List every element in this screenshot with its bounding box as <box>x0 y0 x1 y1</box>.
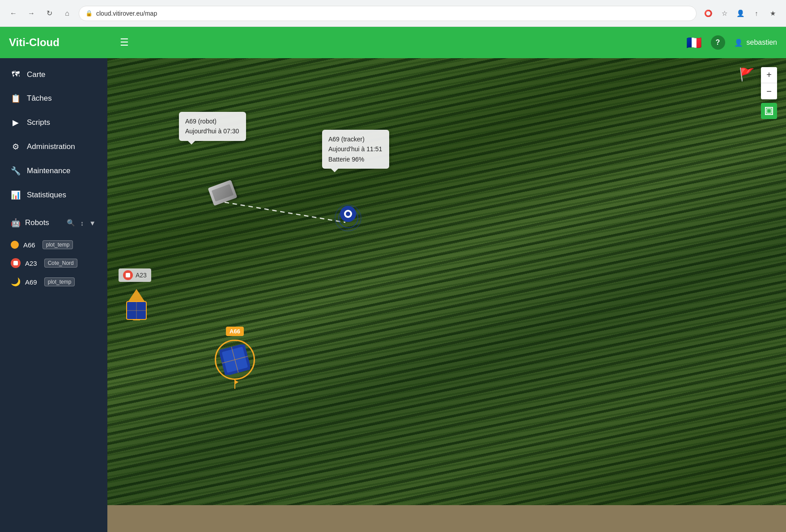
dashed-path <box>225 198 359 199</box>
robots-controls: 🔍 ↕ ▼ <box>66 218 97 228</box>
robots-sort-button[interactable]: ↕ <box>80 218 85 228</box>
svg-line-2 <box>225 202 345 222</box>
robots-section: 🤖 Robots 🔍 ↕ ▼ A66 plot_temp <box>0 207 107 298</box>
sidebar-item-administration[interactable]: ⚙ Administration <box>0 135 107 159</box>
tracker-pin-container <box>340 206 356 230</box>
more-button[interactable]: ★ <box>766 7 779 20</box>
help-button[interactable]: ? <box>711 35 725 50</box>
robot-name-a66: A66 <box>23 241 35 249</box>
robots-header: 🤖 Robots 🔍 ↕ ▼ <box>0 212 107 234</box>
forward-button[interactable]: → <box>25 7 38 20</box>
map-zoom-controls: + − <box>761 67 777 99</box>
robot-status-a66 <box>11 241 19 249</box>
robot-status-a69: 🌙 <box>11 277 21 287</box>
app-container: Viti-Cloud ☰ 🇫🇷 ? 👤 Robots sebastien 🗺 C… <box>0 27 786 532</box>
robot-tag-a69: plot_temp <box>44 277 75 286</box>
maintenance-icon: 🔧 <box>11 166 21 176</box>
measure-icon <box>765 107 773 115</box>
sidebar-label-scripts: Scripts <box>27 118 50 127</box>
a23-label-text: A23 <box>136 272 147 279</box>
profile-button[interactable]: 👤 <box>734 7 747 20</box>
robots-search-button[interactable]: 🔍 <box>66 218 76 228</box>
main-content: 🗺 Carte 📋 Tâches ▶ Scripts ⚙ Administrat… <box>0 58 786 532</box>
robot-name-a23: A23 <box>25 260 37 267</box>
robots-icon: 🤖 <box>11 218 21 228</box>
robot-item-a69[interactable]: 🌙 A69 plot_temp <box>0 272 107 291</box>
logo-bold: Viti <box>9 36 25 48</box>
robot-tag-a66: plot_temp <box>42 240 73 249</box>
robot-marker-a66[interactable]: A66 <box>215 327 255 389</box>
user-name-label[interactable]: sebastien <box>747 38 778 47</box>
a66-flag <box>231 380 238 389</box>
sidebar-item-taches[interactable]: 📋 Tâches <box>0 86 107 111</box>
sidebar-item-maintenance[interactable]: 🔧 Maintenance <box>0 159 107 183</box>
browser-actions: ⭕ ☆ 👤 ↑ ★ <box>702 7 779 20</box>
sidebar-label-carte: Carte <box>27 70 46 79</box>
zoom-out-button[interactable]: − <box>761 83 777 99</box>
reload-button[interactable]: ↻ <box>43 7 55 20</box>
a66-label: A66 <box>226 327 244 336</box>
menu-toggle-button[interactable]: ☰ <box>116 33 132 52</box>
a23-solar-svg <box>123 289 150 325</box>
map-icon: 🗺 <box>11 70 21 79</box>
robot-tag-a23: Cote_Nord <box>44 259 77 268</box>
robots-title: Robots <box>25 218 49 227</box>
back-button[interactable]: ← <box>7 7 20 20</box>
robot-name-a69: A69 <box>25 278 37 286</box>
map-road <box>107 505 786 532</box>
sidebar-label-maintenance: Maintenance <box>27 166 70 175</box>
app-header: Viti-Cloud ☰ 🇫🇷 ? 👤 Robots sebastien <box>0 27 786 58</box>
administration-icon: ⚙ <box>11 142 21 152</box>
popup-a69-robot-line2: Aujourd'hui à 07:30 <box>185 126 240 136</box>
extensions-button[interactable]: ⭕ <box>702 7 714 20</box>
a23-robot-body <box>123 289 151 327</box>
sidebar-label-taches: Tâches <box>27 94 52 103</box>
svg-point-5 <box>346 212 350 216</box>
svg-rect-1 <box>767 109 771 113</box>
popup-a69-tracker-line2: Aujourd'hui à 11:51 <box>328 144 383 154</box>
a66-circle <box>215 340 255 380</box>
map-area[interactable]: 🚩 + − A69 (robot) Aujourd'hui à 07:30 <box>107 58 786 532</box>
a23-stop-icon <box>123 270 133 280</box>
a66-marker-container: A66 <box>215 327 255 389</box>
browser-chrome: ← → ↻ ⌂ 🔒 cloud.vitirover.eu/map ⭕ ☆ 👤 ↑… <box>0 0 786 27</box>
popup-a69-robot-line1: A69 (robot) <box>185 116 240 126</box>
statistiques-icon: 📊 <box>11 190 21 200</box>
sidebar-item-carte[interactable]: 🗺 Carte <box>0 63 107 86</box>
robot-status-a23 <box>11 258 21 268</box>
popup-a69-tracker-line3: Batterie 96% <box>328 154 383 164</box>
sidebar-item-scripts[interactable]: ▶ Scripts <box>0 111 107 135</box>
app-logo: Viti-Cloud <box>9 36 116 49</box>
popup-a69-tracker-line1: A69 (tracker) <box>328 134 383 144</box>
robots-expand-button[interactable]: ▼ <box>88 218 97 228</box>
user-icon: 👤 <box>734 38 743 47</box>
logo-rest: -Cloud <box>25 36 59 48</box>
zoom-in-button[interactable]: + <box>761 67 777 83</box>
tracker-marker-a69[interactable] <box>340 206 356 230</box>
bookmark-button[interactable]: ☆ <box>718 7 731 20</box>
header-right: 🇫🇷 ? 👤 Robots sebastien <box>686 35 778 50</box>
robot-item-a66[interactable]: A66 plot_temp <box>0 236 107 254</box>
tasks-icon: 📋 <box>11 94 21 103</box>
a23-label-box: A23 <box>119 268 151 282</box>
robot-marker-a23[interactable]: A23 <box>119 268 151 327</box>
scripts-icon: ▶ <box>11 118 21 128</box>
svg-marker-16 <box>235 380 238 384</box>
robot-list: A66 plot_temp A23 Cote_Nord 🌙 A69 plot_t… <box>0 234 107 293</box>
a66-solar-svg <box>220 345 250 375</box>
sidebar-item-statistiques[interactable]: 📊 Statistiques <box>0 183 107 207</box>
popup-a69-robot: A69 (robot) Aujourd'hui à 07:30 <box>179 112 246 141</box>
sidebar: 🗺 Carte 📋 Tâches ▶ Scripts ⚙ Administrat… <box>0 58 107 532</box>
home-button[interactable]: ⌂ <box>61 7 73 20</box>
tracker-pin-svg <box>340 206 356 228</box>
url-bar[interactable]: 🔒 cloud.vitirover.eu/map <box>79 6 697 21</box>
map-measure-button[interactable] <box>761 103 777 119</box>
url-text: cloud.vitirover.eu/map <box>96 10 157 17</box>
lock-icon: 🔒 <box>85 10 93 17</box>
sidebar-label-statistiques: Statistiques <box>27 191 66 200</box>
user-info: 👤 Robots sebastien <box>734 38 778 47</box>
share-button[interactable]: ↑ <box>750 7 763 20</box>
sidebar-label-administration: Administration <box>27 142 75 151</box>
robot-item-a23[interactable]: A23 Cote_Nord <box>0 254 107 272</box>
language-flag[interactable]: 🇫🇷 <box>686 35 702 50</box>
